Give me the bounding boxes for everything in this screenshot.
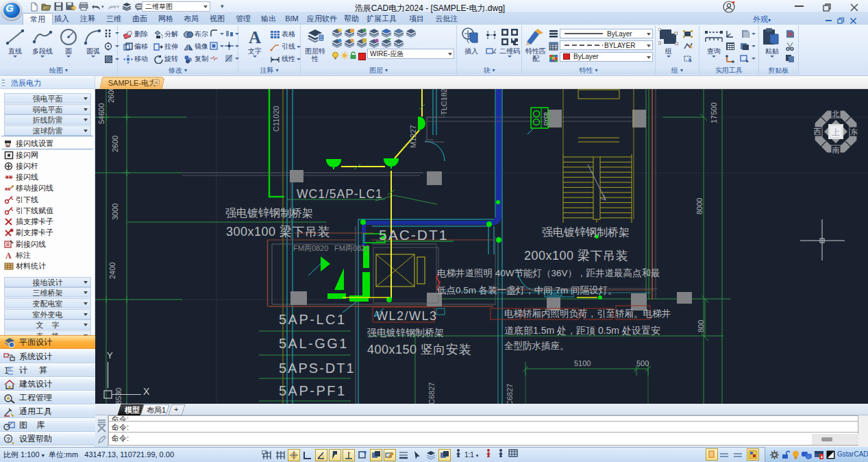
svg-text:TLC182: TLC182 (440, 89, 448, 115)
svg-text:X: X (143, 386, 150, 397)
svg-text:道底部1.5m 处，距顶 0.5m 处设置安: 道底部1.5m 处，距顶 0.5m 处设置安 (504, 325, 660, 336)
svg-text:H: H (8, 367, 11, 371)
svg-text:8000: 8000 (695, 198, 704, 215)
svg-text:C11020: C11020 (272, 106, 280, 132)
svg-text:西: 西 (814, 127, 821, 136)
svg-text:5AC-DT1: 5AC-DT1 (379, 227, 449, 243)
svg-text:5AP-PF1: 5AP-PF1 (279, 383, 347, 398)
svg-text:北: 北 (832, 110, 840, 118)
svg-text:南: 南 (832, 146, 840, 154)
svg-text:强电镀锌钢制桥架: 强电镀锌钢制桥架 (542, 226, 630, 238)
svg-text:强电镀锌钢制桥架: 强电镀锌钢制桥架 (225, 207, 313, 219)
svg-text:C6827: C6827 (427, 382, 436, 404)
svg-text:5100: 5100 (574, 359, 591, 367)
svg-text:300x100 梁下吊装: 300x100 梁下吊装 (226, 225, 330, 239)
svg-text:2400: 2400 (108, 263, 116, 279)
svg-text:强电镀锌钢制桥架: 强电镀锌钢制桥架 (367, 327, 444, 338)
svg-text:8530: 8530 (114, 388, 123, 404)
svg-text:5AP-LC1: 5AP-LC1 (279, 312, 347, 327)
svg-text:低点0.5m 各装一盏灯，中间 7m 间隔设灯。: 低点0.5m 各装一盏灯，中间 7m 间隔设灯。 (436, 285, 617, 295)
svg-text:A: A (249, 28, 261, 46)
svg-text:FM两0820: FM两0820 (293, 244, 328, 252)
svg-text:5AL-GG1: 5AL-GG1 (279, 336, 349, 351)
svg-text:FM两0820: FM两0820 (334, 244, 369, 252)
svg-text:2600: 2600 (107, 89, 115, 103)
svg-text:17500: 17500 (710, 102, 718, 123)
svg-text:500: 500 (636, 359, 649, 367)
svg-text:A: A (5, 251, 12, 260)
svg-text:3000: 3000 (111, 204, 119, 220)
svg-text:上: 上 (832, 127, 840, 137)
svg-text:?: ? (7, 436, 11, 443)
svg-text:800: 800 (697, 320, 705, 332)
svg-text:WL2/WL3: WL2/WL3 (376, 309, 438, 323)
svg-text:200x100 梁下吊装: 200x100 梁下吊装 (524, 249, 628, 263)
svg-text:电梯井道照明 40W节能灯（36V），距井道最高点和最: 电梯井道照明 40W节能灯（36V），距井道最高点和最 (437, 268, 660, 278)
svg-text:电梯轿厢内照明负荷，引至轿厢。电梯井: 电梯轿厢内照明负荷，引至轿厢。电梯井 (504, 308, 671, 319)
svg-text:东: 东 (851, 127, 858, 136)
svg-text:54600: 54600 (97, 103, 106, 124)
svg-text:Y: Y (107, 350, 113, 361)
svg-text:DYCB: DYCB (543, 112, 548, 125)
svg-text:C6827: C6827 (506, 384, 514, 404)
svg-text:WC1/5AP-LC1: WC1/5AP-LC1 (297, 187, 383, 201)
svg-text:全型防水插座。: 全型防水插座。 (504, 341, 569, 351)
svg-text:2600: 2600 (111, 136, 119, 152)
svg-text:5APS-DT1: 5APS-DT1 (279, 361, 356, 376)
svg-text:400x150 竖向安装: 400x150 竖向安装 (367, 343, 471, 356)
svg-text:M1227: M1227 (409, 125, 417, 148)
